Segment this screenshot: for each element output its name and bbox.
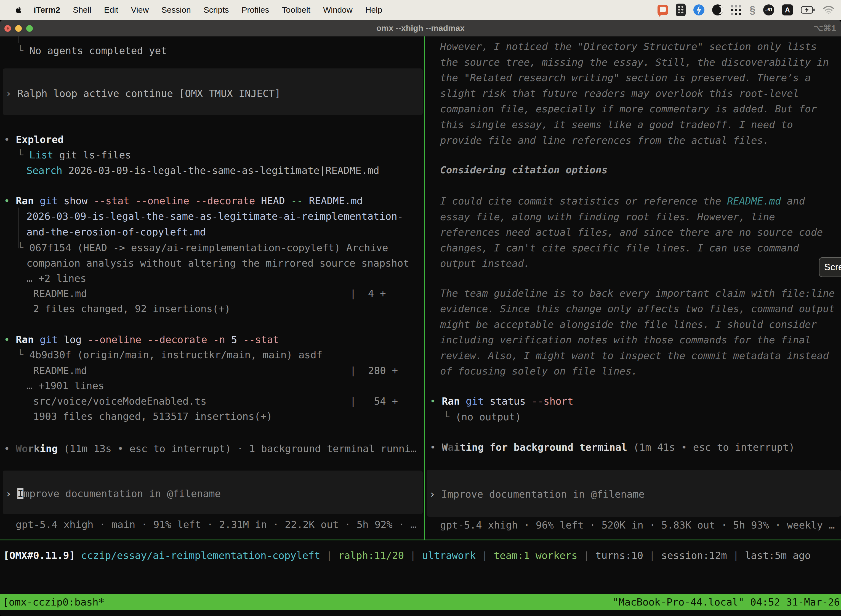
- explored-list-line: └ List git ls-files: [18, 147, 131, 163]
- tmux-host-clock: "MacBook-Pro-44.local" 04:52 31-Mar-26: [612, 594, 840, 610]
- terminal-line: slight risk that future readers may over…: [440, 85, 799, 101]
- terminal-line: might be acceptable alongside the file l…: [440, 317, 817, 332]
- menubar-status-icons: § ..61 A: [658, 4, 834, 16]
- terminal-line: 1903 files changed, 513517 insertions(+): [33, 408, 273, 424]
- keyboard-app-icon[interactable]: [676, 4, 686, 16]
- explored-search-line: Search 2026-03-09-is-legal-the-same-as-l…: [26, 163, 379, 178]
- apple-menu[interactable]: [14, 5, 23, 15]
- tmux-status-bar: [omx-cczip0:bash* "MacBook-Pro-44.local"…: [0, 594, 841, 610]
- model-status-left: gpt-5.4 xhigh · main · 91% left · 2.31M …: [16, 517, 416, 532]
- terminal-line: review. Also, I might want to inspect th…: [440, 348, 829, 364]
- terminal-line: this single essay, it seems like a good …: [440, 117, 793, 132]
- terminal-line: 2 files changed, 92 insertions(+): [33, 301, 230, 317]
- prompt-text-left: › Improve documentation in @filename: [6, 486, 221, 502]
- terminal-line: changes, I can't cite specific file line…: [440, 240, 799, 256]
- menu-item-shell[interactable]: Shell: [73, 5, 91, 15]
- crescent-app-icon[interactable]: [712, 4, 723, 15]
- terminal-line: … +2 lines: [26, 270, 86, 286]
- menu-item-edit[interactable]: Edit: [104, 5, 119, 15]
- terminal-line: src/voice/voiceModeEnabled.ts | 54 +: [33, 393, 398, 409]
- terminal-line: 2026-03-09-is-legal-the-same-as-legitima…: [26, 208, 403, 224]
- menu-item-profiles[interactable]: Profiles: [242, 5, 269, 15]
- terminal-line: … +1901 lines: [26, 378, 104, 393]
- terminal-window: omx --xhigh --madmax ⌥⌘1 └ No agents com…: [0, 20, 841, 616]
- working-status-line: • Working (11m 13s • esc to interrupt) ·…: [4, 441, 417, 456]
- explored-header: • Explored: [4, 132, 64, 147]
- terminal-line: the source tree, missing the essay. Stil…: [440, 54, 829, 70]
- ran-git-status-line: • Ran git status --short: [430, 393, 573, 409]
- usage-badge-icon[interactable]: ..61: [763, 4, 774, 15]
- prompt-text-right: › Improve documentation in @filename: [429, 486, 645, 502]
- bolt-badge-icon[interactable]: [693, 4, 705, 15]
- terminal-line: of focusing solely on file lines.: [440, 363, 637, 379]
- terminal-line: essay file, along with finding root file…: [440, 209, 775, 224]
- hook-utility-icon[interactable]: §: [750, 4, 756, 16]
- terminal-line: including verification notes with those …: [440, 332, 811, 348]
- terminal-content: └ No agents completed yet› Ralph loop ac…: [0, 20, 841, 616]
- dots-grid-icon[interactable]: [731, 4, 742, 15]
- battery-icon[interactable]: [801, 6, 815, 14]
- terminal-line: companion analysis without altering the …: [26, 255, 409, 271]
- screen-share-app-icon[interactable]: [658, 5, 668, 15]
- waiting-status-line: • Waiting for background terminal (1m 41…: [430, 439, 795, 455]
- terminal-line: The team guideline is to back every impo…: [440, 285, 835, 301]
- terminal-line: However, I noticed the "Directory Struct…: [440, 39, 817, 54]
- thinking-heading: Considering citation options: [440, 162, 608, 178]
- wifi-icon[interactable]: [823, 6, 834, 14]
- menu-item-window[interactable]: Window: [323, 5, 353, 15]
- terminal-line: └ 4b9d30f (origin/main, instructkr/main,…: [18, 347, 322, 363]
- terminal-line: └ (no output): [443, 409, 521, 425]
- agents-status-line: └ No agents completed yet: [18, 43, 167, 59]
- text-cursor: I: [18, 488, 23, 499]
- menu-item-help[interactable]: Help: [365, 5, 382, 15]
- terminal-line: companion file, especially if more comme…: [440, 101, 817, 117]
- menu-item-iterm2[interactable]: iTerm2: [34, 5, 60, 15]
- apple-icon: [14, 5, 23, 15]
- terminal-line: README.md | 4 +: [33, 286, 386, 301]
- macos-menu-bar: iTerm2 ShellEditViewSessionScriptsProfil…: [0, 0, 841, 20]
- menu-item-scripts[interactable]: Scripts: [204, 5, 229, 15]
- menu-item-session[interactable]: Session: [161, 5, 191, 15]
- model-status-right: gpt-5.4 xhigh · 96% left · 520K in · 5.8…: [440, 517, 835, 533]
- menu-item-toolbelt[interactable]: Toolbelt: [282, 5, 311, 15]
- terminal-line: the "Related research writing" section i…: [440, 70, 811, 85]
- terminal-line: output instead.: [440, 255, 530, 271]
- menu-item-view[interactable]: View: [131, 5, 149, 15]
- ran-git-log-line: • Ran git log --oneline --decorate -n 5 …: [4, 332, 279, 348]
- screen-share-overlay[interactable]: Scre: [819, 257, 841, 277]
- terminal-line: I could cite commit statistics or refere…: [440, 193, 805, 209]
- ralph-inject-line: › Ralph loop active continue [OMX_TMUX_I…: [6, 85, 281, 101]
- terminal-line: provide file and line references from th…: [440, 132, 769, 148]
- terminal-line: references need actual files, and since …: [440, 224, 823, 240]
- input-source-icon[interactable]: A: [782, 4, 793, 15]
- omx-status-line: [OMX#0.11.9] cczip/essay/ai-reimplementa…: [3, 547, 811, 563]
- terminal-line: README.md | 280 +: [33, 363, 398, 378]
- tmux-session-label: [omx-cczip0:bash*: [3, 594, 104, 610]
- terminal-line: └ 067f154 (HEAD -> essay/ai-reimplementa…: [18, 240, 388, 255]
- terminal-line: and-the-erosion-of-copyleft.md: [26, 224, 206, 240]
- ran-git-show-line: • Ran git show --stat --oneline --decora…: [4, 193, 363, 209]
- terminal-line: evidence. Since this change only affects…: [440, 301, 835, 317]
